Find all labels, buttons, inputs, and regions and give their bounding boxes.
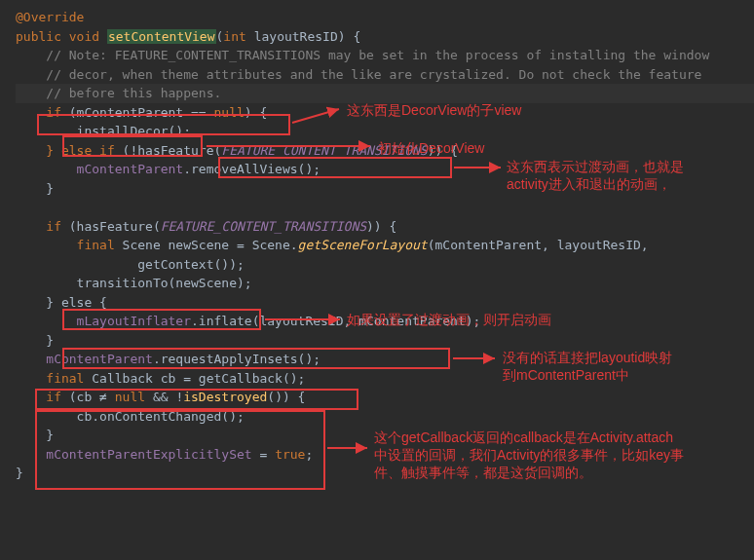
comment-line: // Note: FEATURE_CONTENT_TRANSITIONS may…	[16, 46, 754, 65]
method-name: setContentView	[107, 29, 216, 44]
comment-line: // decor, when theme attributes and the …	[16, 65, 754, 85]
annotation-decorview-child: 这东西是DecorView的子view	[347, 101, 521, 119]
comment-line: // before this happens.	[16, 86, 221, 100]
annotation-transition-meaning: 这东西表示过渡动画，也就是 activity进入和退出的动画，	[507, 158, 684, 193]
annotation-init-decorview: 初始化DecorView	[378, 139, 484, 157]
annotation-inflate-layout: 没有的话直接把layoutid映射 到mContentParent中	[503, 349, 672, 384]
annotation-start-anim: 如果设置了过渡动画，则开启动画	[347, 311, 551, 328]
annotation-callback-desc: 这个getCallback返回的callback是在Activity.attac…	[374, 429, 684, 482]
transition-to-call: transitionTo(newScene);	[16, 274, 754, 293]
code-block: @Override public void setContentView(int…	[0, 0, 754, 491]
annotation-override: @Override	[16, 10, 84, 24]
install-decor-call: installDecor();	[16, 124, 191, 138]
